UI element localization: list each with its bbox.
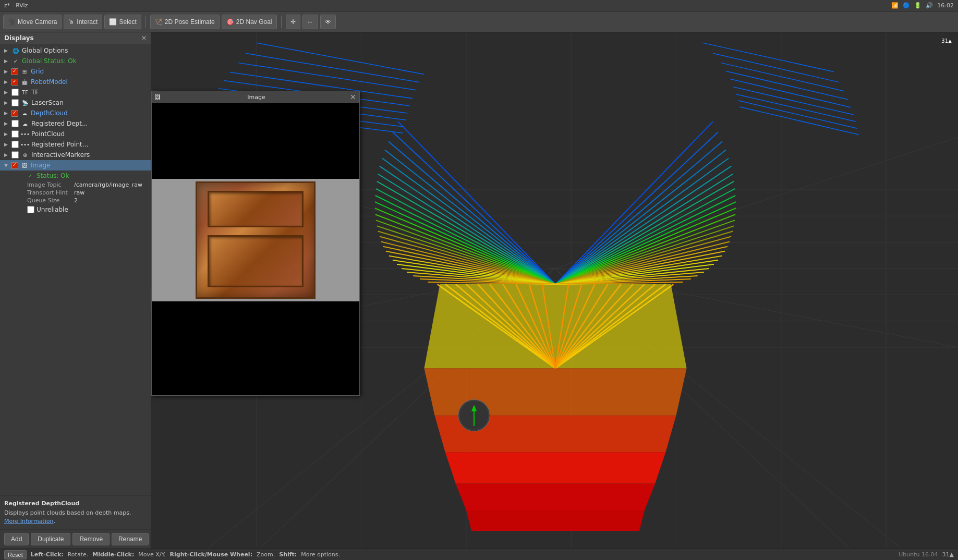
svg-point-124 — [459, 401, 489, 430]
expand-arrow: ▶ — [4, 58, 11, 64]
right-click-label: Right-Click/Mouse Wheel: — [170, 551, 252, 558]
viewport-canvas: 31▲ 🖼 Image ✕ — [151, 32, 958, 549]
app-title: z* - RViz — [4, 2, 28, 9]
left-click-value: Rotate. — [68, 551, 89, 558]
interactive-markers-icon: ⊕ — [21, 151, 29, 159]
svg-line-115 — [555, 284, 581, 368]
display-item-interactive-markers[interactable]: ▶ ⊕ InteractiveMarkers — [0, 150, 151, 160]
svg-marker-125 — [471, 405, 477, 411]
queue-size-label: Queue Size — [27, 197, 74, 204]
reset-button[interactable]: Reset — [4, 550, 27, 559]
point-cloud-checkbox[interactable] — [11, 130, 19, 138]
transport-hint-label: Transport Hint — [27, 189, 74, 196]
interact-button[interactable]: 🖱 Interact — [64, 15, 102, 29]
display-item-reg-depth[interactable]: ▶ ☁ Registered Dept... — [0, 118, 151, 129]
move-tool-button[interactable]: ✛ — [286, 15, 300, 29]
image-panel-close-button[interactable]: ✕ — [350, 93, 356, 101]
display-item-global-options[interactable]: ▶ 🌐 Global Options — [0, 45, 151, 56]
camera-tool-button[interactable]: ↔ — [302, 15, 318, 29]
svg-marker-119 — [435, 416, 676, 452]
image-status-label: Status: Ok — [37, 172, 149, 179]
svg-line-77 — [555, 189, 735, 284]
toolbar-separator-1 — [145, 16, 146, 28]
rename-button[interactable]: Rename — [112, 533, 149, 545]
panel-buttons: Add Duplicate Remove Rename — [0, 529, 151, 549]
view-button[interactable]: 👁 — [320, 15, 336, 29]
tf-label: TF — [31, 89, 149, 96]
close-displays-icon[interactable]: ✕ — [141, 34, 147, 42]
grid-checkbox[interactable] — [11, 68, 18, 75]
image-panel-title: Image — [247, 94, 265, 101]
interactive-markers-checkbox[interactable] — [11, 151, 19, 159]
interact-label: Interact — [77, 18, 98, 26]
svg-line-32 — [702, 43, 834, 71]
tf-checkbox[interactable] — [11, 89, 19, 96]
display-item-robot-model[interactable]: ▶ 🤖 RobotModel — [0, 77, 151, 87]
svg-line-61 — [389, 256, 555, 284]
left-click-label: Left-Click: — [31, 551, 64, 558]
display-item-grid[interactable]: ▶ ⊞ Grid — [0, 66, 151, 77]
svg-line-47 — [378, 174, 555, 284]
prop-image-topic: Image Topic /camera/rgb/image_raw — [0, 181, 151, 189]
svg-line-100 — [466, 284, 555, 368]
image-bot-black — [152, 301, 359, 395]
svg-line-96 — [555, 282, 683, 284]
svg-line-20 — [554, 269, 958, 347]
reg-point-label: Registered Point... — [31, 141, 149, 148]
grid-label: Grid — [31, 68, 149, 75]
statusbar: Reset Left-Click: Rotate. Middle-Click: … — [0, 549, 958, 560]
globe-icon: 🌐 — [11, 46, 20, 55]
svg-marker-118 — [424, 368, 686, 416]
depth-cloud-checkbox[interactable] — [11, 110, 18, 117]
svg-line-54 — [376, 220, 555, 284]
info-title: Registered DepthCloud — [4, 500, 147, 507]
expand-arrow: ▶ — [4, 111, 11, 116]
reg-point-checkbox[interactable] — [11, 141, 19, 148]
svg-line-49 — [376, 189, 555, 284]
svg-line-86 — [555, 242, 730, 285]
reg-depth-checkbox[interactable] — [11, 120, 19, 127]
display-item-unreliable[interactable]: Unreliable — [0, 204, 151, 215]
system-tray-icons: 📶 🔵 🔋 🔊 16:02 — [891, 2, 954, 9]
svg-line-103 — [503, 284, 555, 368]
svg-line-87 — [555, 247, 727, 284]
display-item-point-cloud[interactable]: ▶ ••• PointCloud — [0, 129, 151, 139]
svg-marker-121 — [456, 484, 655, 510]
display-item-laser-scan[interactable]: ▶ 📡 LaserScan — [0, 98, 151, 108]
svg-line-106 — [542, 284, 555, 368]
prop-queue-size: Queue Size 2 — [0, 197, 151, 204]
depth-cloud-icon: ☁ — [20, 109, 29, 117]
svg-line-105 — [529, 284, 555, 368]
more-information-link[interactable]: More Information — [4, 518, 53, 525]
image-checkbox[interactable] — [11, 162, 18, 169]
duplicate-button[interactable]: Duplicate — [31, 533, 70, 545]
tf-icon: TF — [21, 88, 29, 96]
battery-icon: 🔋 — [914, 2, 921, 9]
svg-line-40 — [739, 107, 858, 135]
svg-line-113 — [555, 284, 608, 368]
svg-line-56 — [378, 231, 555, 284]
svg-line-60 — [386, 251, 555, 284]
image-icon: 🖼 — [20, 161, 29, 169]
image-panel[interactable]: 🖼 Image ✕ — [151, 91, 360, 396]
pose-estimate-button[interactable]: 🏹 2D Pose Estimate — [150, 15, 220, 29]
grid-icon: ⊞ — [20, 67, 29, 76]
display-item-depth-cloud[interactable]: ▶ ☁ DepthCloud — [0, 108, 151, 118]
display-item-global-status[interactable]: ▶ ✓ Global Status: Ok — [0, 56, 151, 66]
titlebar: z* - RViz 📶 🔵 🔋 🔊 16:02 — [0, 0, 958, 11]
viewport-3d[interactable]: 31▲ 🖼 Image ✕ — [151, 32, 958, 549]
select-button[interactable]: ⬜ Select — [104, 15, 141, 29]
add-button[interactable]: Add — [4, 533, 29, 545]
display-item-image[interactable]: ▼ 🖼 Image — [0, 160, 151, 171]
laser-scan-checkbox[interactable] — [11, 99, 19, 106]
nav-goal-button[interactable]: 🎯 2D Nav Goal — [222, 15, 277, 29]
expand-arrow: ▶ — [4, 79, 11, 84]
robot-model-checkbox[interactable] — [11, 79, 18, 86]
display-item-tf[interactable]: ▶ TF TF — [0, 87, 151, 98]
move-camera-label: Move Camera — [18, 18, 57, 26]
unreliable-checkbox[interactable] — [27, 206, 34, 213]
move-camera-button[interactable]: 🎥 Move Camera — [3, 15, 62, 29]
remove-button[interactable]: Remove — [72, 533, 110, 545]
display-item-reg-point[interactable]: ▶ ••• Registered Point... — [0, 139, 151, 150]
svg-line-107 — [555, 284, 673, 368]
